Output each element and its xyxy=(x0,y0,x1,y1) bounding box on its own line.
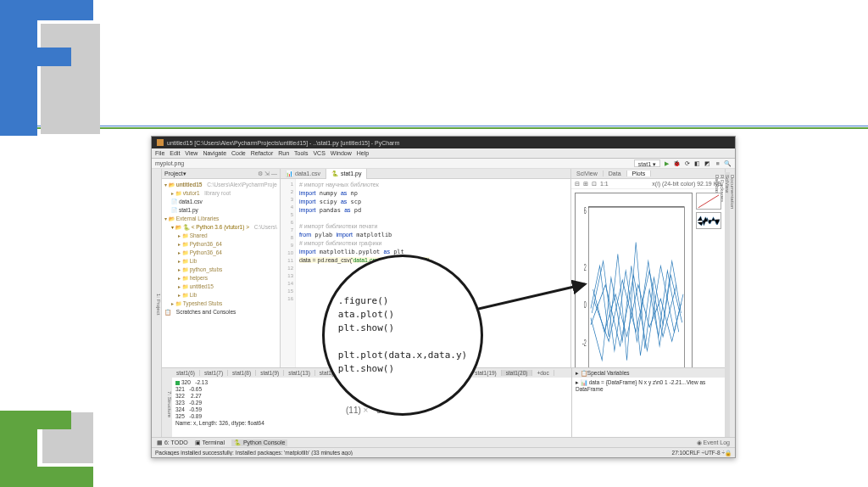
encoding[interactable]: UTF-8 ÷ xyxy=(704,450,725,456)
menu-edit[interactable]: Edit xyxy=(170,150,180,156)
toolbar: myplot.png stat1 ▾ ▶ 🐞 ⟳ ◧ ◩ ■ 🔍 xyxy=(152,159,735,169)
svg-text:-2: -2 xyxy=(582,338,587,349)
right-tool-strip[interactable]: Documentation SciView R Packages Databas… xyxy=(725,169,735,437)
search-icon[interactable]: 🔍 xyxy=(724,160,732,167)
svg-line-11 xyxy=(698,195,719,208)
menubar[interactable]: File Edit View Navigate Code Refactor Ru… xyxy=(152,148,735,159)
menu-navigate[interactable]: Navigate xyxy=(203,150,226,156)
left-tool-strip[interactable]: 1: Project xyxy=(152,169,162,437)
project-pane-title: Project xyxy=(164,171,183,176)
collapse-icon[interactable]: ⇲ xyxy=(264,171,270,177)
menu-view[interactable]: View xyxy=(185,150,198,156)
left-strip-2[interactable]: 7: Structure xyxy=(162,368,172,437)
todo-tab[interactable]: ▦ 6: TODO xyxy=(157,439,188,446)
editor-tabs[interactable]: 📊 data1.csv 🐍 stat1.py xyxy=(281,169,570,179)
plot-info: x(i) (24-bit color) 92.19 KB xyxy=(652,181,721,187)
project-tree[interactable]: untitled15 C:\Users\Alex\PycharmProjects… xyxy=(162,179,280,318)
menu-vcs[interactable]: VCS xyxy=(313,150,325,156)
status-message: Packages installed successfully: Install… xyxy=(155,450,672,456)
zoom-in-icon[interactable]: ⊞ xyxy=(583,181,588,188)
titlebar: untitled15 [C:\Users\Alex\PycharmProject… xyxy=(152,137,735,148)
run-icon[interactable]: ▶ xyxy=(663,160,670,167)
menu-window[interactable]: Window xyxy=(331,150,352,156)
decor-bracket-bottom xyxy=(0,411,93,487)
plot-thumb-2[interactable] xyxy=(696,212,721,229)
line-sep[interactable]: CRLF ÷ xyxy=(686,450,704,456)
app-icon xyxy=(157,139,164,146)
plot-thumb-1[interactable] xyxy=(696,193,721,210)
svg-text:2: 2 xyxy=(584,262,587,273)
gear-icon[interactable]: ⚙ xyxy=(258,171,263,177)
variables-pane: ▸ 📋 Special Variables ▸ 📊 data = {DataFr… xyxy=(572,368,725,437)
menu-code[interactable]: Code xyxy=(231,150,246,156)
lock-icon: 🔒 xyxy=(725,450,732,456)
python-console-tab[interactable]: 🐍 Python Console xyxy=(231,439,287,446)
fit-icon[interactable]: 1:1 xyxy=(600,181,609,187)
breadcrumb[interactable]: myplot.png xyxy=(155,160,184,166)
coverage-icon[interactable]: ◧ xyxy=(693,160,701,167)
tab-data[interactable]: Data xyxy=(604,171,627,176)
tab-sciview[interactable]: SciView xyxy=(571,171,604,176)
zoom-out-icon[interactable]: ⊟ xyxy=(575,181,580,188)
svg-text:6: 6 xyxy=(584,205,587,216)
attach-icon[interactable]: ⟳ xyxy=(683,160,691,167)
zoom-reset-icon[interactable]: ⊡ xyxy=(592,181,597,188)
menu-file[interactable]: File xyxy=(155,150,164,156)
menu-run[interactable]: Run xyxy=(278,150,289,156)
profile-icon[interactable]: ◩ xyxy=(704,160,711,167)
menu-refactor[interactable]: Refactor xyxy=(251,150,273,156)
magnified-code: .figure() ata.plot() plt.show() plt.plot… xyxy=(338,294,467,376)
menu-help[interactable]: Help xyxy=(357,150,369,156)
debug-icon[interactable]: 🐞 xyxy=(673,160,681,167)
tool-window-bar[interactable]: ▦ 6: TODO ▣ Terminal 🐍 Python Console ◉ … xyxy=(152,437,735,447)
cursor-pos: 27:10 xyxy=(672,450,686,456)
status-bar: Packages installed successfully: Install… xyxy=(152,447,735,457)
run-config-select[interactable]: stat1 ▾ xyxy=(634,160,660,167)
variable-row[interactable]: ▸ 📊 data = {DataFrame} N x y z\n0 1 -2.2… xyxy=(572,378,725,437)
menu-tools[interactable]: Tools xyxy=(294,150,308,156)
callout-arrow xyxy=(475,280,593,314)
stop-icon[interactable]: ■ xyxy=(714,160,721,167)
svg-line-12 xyxy=(475,284,585,310)
tab-plots[interactable]: Plots xyxy=(627,171,652,176)
tab-data1[interactable]: 📊 data1.csv xyxy=(281,169,326,179)
window-title: untitled15 [C:\Users\Alex\PycharmProject… xyxy=(167,140,399,146)
hide-icon[interactable]: ― xyxy=(271,171,277,177)
decor-bracket-top xyxy=(0,0,93,153)
decor-rule xyxy=(17,126,868,129)
terminal-tab[interactable]: ▣ Terminal xyxy=(195,439,225,446)
tab-stat1[interactable]: 🐍 stat1.py xyxy=(326,169,368,179)
event-log[interactable]: ◉ Event Log xyxy=(697,439,730,446)
magnifier-lens: .figure() ata.plot() plt.show() plt.plot… xyxy=(322,255,483,416)
